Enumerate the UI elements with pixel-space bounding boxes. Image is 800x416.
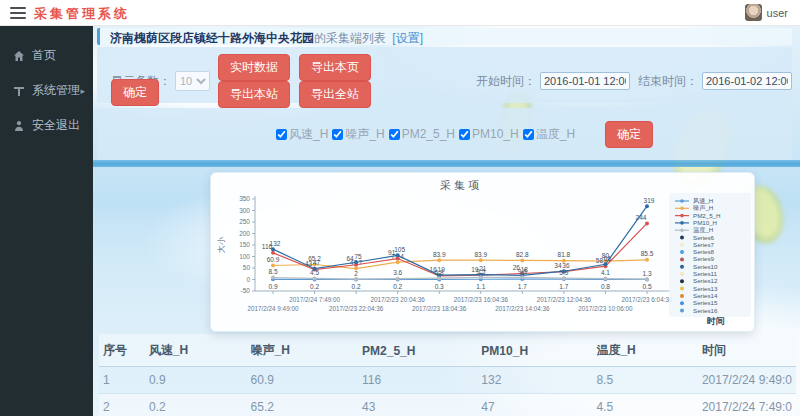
- start-time-label: 开始时间：: [476, 73, 536, 90]
- svg-text:Series11: Series11: [693, 270, 718, 277]
- svg-text:81.8: 81.8: [558, 251, 571, 258]
- gear-icon: [13, 85, 25, 97]
- filter-confirm-button[interactable]: 确定: [605, 121, 653, 148]
- svg-text:3.6: 3.6: [393, 269, 402, 276]
- lock-icon: [13, 120, 25, 132]
- svg-text:Series6: Series6: [693, 234, 715, 241]
- settings-link[interactable]: [设置]: [392, 31, 423, 45]
- display-count-select[interactable]: 10: [175, 71, 210, 91]
- svg-text:319: 319: [644, 197, 655, 204]
- start-time-input[interactable]: [540, 72, 630, 90]
- svg-text:Series15: Series15: [693, 299, 718, 306]
- data-table: 序号风速_H噪声_HPM2_5_HPM10_H温度_H时间 10.960.911…: [99, 334, 796, 416]
- page-title: 的采集端列表: [314, 31, 386, 45]
- sidebar-item-system[interactable]: 系统管理▸: [0, 73, 93, 108]
- export-all-button[interactable]: 导出全站: [299, 81, 371, 108]
- checkbox-PM10_H[interactable]: [459, 129, 470, 140]
- table-cell: 0.9: [145, 367, 247, 394]
- table-cell: 116: [358, 367, 477, 394]
- svg-text:Series9: Series9: [693, 255, 715, 262]
- station-name: 济南槐荫区段店镇经十路外海中央花园: [110, 31, 314, 45]
- table-cell: 2017/2/24 7:49:0: [698, 394, 796, 416]
- controls-panel: 显示条数： 10 实时数据导出本页导出本站导出全站 开始时间： 结束时间： 确定: [97, 47, 792, 103]
- svg-text:5.8: 5.8: [435, 269, 444, 276]
- svg-text:1.7: 1.7: [559, 283, 568, 290]
- svg-text:60.9: 60.9: [267, 256, 280, 263]
- avatar: [745, 4, 762, 21]
- app-title: 采集管理系统: [34, 5, 130, 23]
- export-station-button[interactable]: 导出本站: [218, 81, 290, 108]
- svg-text:Series13: Series13: [693, 285, 718, 292]
- page-title-panel: 济南槐荫区段店镇经十路外海中央花园的采集端列表 [设置]: [97, 28, 792, 45]
- svg-text:4.1: 4.1: [601, 269, 610, 276]
- table-cell: 47: [477, 394, 592, 416]
- series-filter-panel: 风速_H噪声_HPM2_5_HPM10_H温度_H确定: [97, 108, 792, 160]
- chevron-right-icon: ▸: [80, 86, 85, 96]
- table-cell: 2017/2/24 9:49:0: [698, 367, 796, 394]
- svg-text:2017/2/24 9:49:00: 2017/2/24 9:49:00: [248, 305, 299, 312]
- svg-text:PM2_5_H: PM2_5_H: [693, 212, 721, 219]
- checkbox-label: PM10_H: [472, 127, 519, 141]
- svg-text:66: 66: [604, 255, 612, 262]
- checkbox-label: 噪声_H: [345, 126, 384, 143]
- svg-text:9.5: 9.5: [476, 268, 485, 275]
- svg-text:300: 300: [239, 207, 250, 214]
- checkbox-温度_H[interactable]: [523, 129, 534, 140]
- sidebar-item-label: 首页: [32, 47, 56, 64]
- sidebar-item-home[interactable]: 首页: [0, 38, 93, 73]
- end-time-label: 结束时间：: [638, 73, 698, 90]
- svg-text:Series12: Series12: [693, 277, 718, 284]
- home-icon: [13, 50, 25, 62]
- checkbox-噪声_H[interactable]: [332, 129, 343, 140]
- svg-text:0.2: 0.2: [393, 283, 402, 290]
- svg-text:0.2: 0.2: [310, 283, 319, 290]
- svg-text:Series16: Series16: [693, 307, 718, 314]
- chart-card: 采集项大小时间350300250200150100500-502017/2/24…: [210, 172, 755, 332]
- svg-text:时间: 时间: [707, 316, 725, 326]
- table-cell: 65.2: [247, 394, 358, 416]
- table-row[interactable]: 10.960.91161328.52017/2/24 9:49:0: [99, 367, 796, 394]
- series-checkbox-group: 噪声_H: [332, 126, 384, 143]
- svg-text:0.5: 0.5: [642, 283, 651, 290]
- table-cell: 43: [358, 394, 477, 416]
- sidebar-item-logout[interactable]: 安全退出: [0, 108, 93, 143]
- svg-text:8.5: 8.5: [268, 268, 277, 275]
- table-row[interactable]: 20.265.243474.52017/2/24 7:49:0: [99, 394, 796, 416]
- table-cell: 1: [99, 367, 145, 394]
- chart-svg: 采集项大小时间350300250200150100500-502017/2/24…: [211, 173, 754, 331]
- menu-icon[interactable]: [10, 7, 26, 19]
- svg-text:1.1: 1.1: [476, 283, 485, 290]
- checkbox-风速_H[interactable]: [276, 129, 287, 140]
- svg-text:250: 250: [239, 218, 250, 225]
- svg-text:50: 50: [243, 264, 251, 271]
- svg-text:风速_H: 风速_H: [693, 197, 713, 204]
- svg-text:75: 75: [354, 253, 362, 260]
- series-checkbox-group: PM10_H: [459, 127, 519, 141]
- svg-text:PM10_H: PM10_H: [693, 219, 717, 226]
- svg-text:Series7: Series7: [693, 241, 715, 248]
- sidebar: 首页系统管理▸安全退出: [0, 26, 93, 416]
- end-time-input[interactable]: [702, 72, 792, 90]
- svg-text:2017/2/23 12:04:36: 2017/2/23 12:04:36: [537, 296, 592, 303]
- checkbox-PM2_5_H[interactable]: [389, 129, 400, 140]
- realtime-data-button[interactable]: 实时数据: [218, 54, 290, 81]
- svg-text:82.8: 82.8: [516, 251, 529, 258]
- query-confirm-button[interactable]: 确定: [111, 79, 159, 106]
- export-page-button[interactable]: 导出本页: [299, 54, 371, 81]
- svg-text:2017/2/23 10:06:00: 2017/2/23 10:06:00: [578, 305, 633, 312]
- svg-text:2: 2: [354, 270, 358, 277]
- table-cell: 2: [99, 394, 145, 416]
- svg-text:85.5: 85.5: [641, 250, 654, 257]
- column-header: 噪声_H: [247, 334, 358, 367]
- svg-text:大小: 大小: [217, 236, 226, 253]
- user-menu[interactable]: user: [745, 4, 788, 21]
- series-checkbox-group: 温度_H: [523, 126, 575, 143]
- table-cell: 0.2: [145, 394, 247, 416]
- checkbox-label: 温度_H: [536, 126, 575, 143]
- svg-text:0.3: 0.3: [435, 283, 444, 290]
- main-content: 济南槐荫区段店镇经十路外海中央花园的采集端列表 [设置] 显示条数： 10 实时…: [93, 26, 800, 416]
- svg-text:58: 58: [596, 257, 604, 264]
- column-header: 序号: [99, 334, 145, 367]
- svg-text:2017/2/23 14:04:36: 2017/2/23 14:04:36: [495, 305, 550, 312]
- svg-text:2017/2/24 7:49:00: 2017/2/24 7:49:00: [289, 296, 340, 303]
